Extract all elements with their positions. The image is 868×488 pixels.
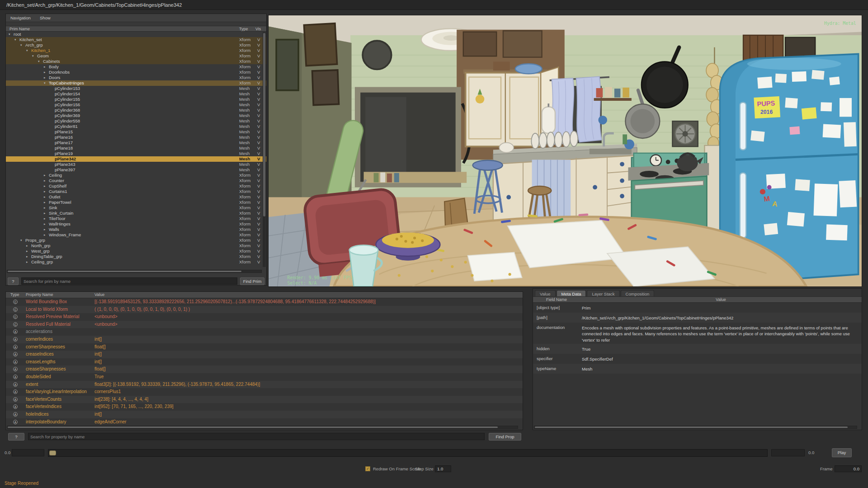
collapse-icon[interactable]: ▾ [26,48,31,53]
prim-row-Outlet[interactable]: ▸OutletXformV [6,194,266,200]
column-prop-value[interactable]: Value [94,292,104,298]
expand-icon[interactable]: ▸ [44,70,49,75]
prim-visibility[interactable]: V [257,42,260,48]
collapse-icon[interactable]: ▾ [20,238,25,243]
property-row-creaseSharpnesses[interactable]: AcreaseSharpnessesfloat[] [6,366,523,373]
metadata-row-documentation[interactable]: documentationEncodes a mesh with optiona… [533,323,862,344]
column-prim-name[interactable]: Prim Name [9,26,30,32]
prim-row-Kitchen_set[interactable]: ▾Kitchen_setXformV [6,37,266,42]
property-horizontal-scrollbar[interactable] [7,426,518,429]
prim-visibility[interactable]: V [257,59,260,64]
prim-visibility[interactable]: V [257,97,260,102]
prim-row-Kitchen_1[interactable]: ▾Kitchen_1XformV [6,48,266,53]
prim-visibility[interactable]: V [257,221,260,227]
prim-row-DiningTable_grp[interactable]: ▸DiningTable_grpXformV [6,254,266,259]
find-prim-button[interactable]: Find Prim [240,277,264,285]
prim-row-pCylinder81[interactable]: pCylinder81MeshV [6,124,266,129]
prim-row-pCylinder558[interactable]: pCylinder558MeshV [6,118,266,124]
tree-vertical-scrollbar[interactable] [263,32,266,267]
prim-visibility[interactable]: V [257,183,260,189]
prim-row-pPlane16[interactable]: pPlane16MeshV [6,135,266,140]
prim-visibility[interactable]: V [257,205,260,211]
expand-icon[interactable]: ▸ [44,232,49,238]
property-row-creaseLengths[interactable]: AcreaseLengthsint[] [6,358,523,366]
prim-visibility[interactable]: V [257,194,260,200]
prim-row-Geom[interactable]: ▾GeomXformV [6,53,266,59]
property-search-input[interactable] [28,433,485,440]
prim-visibility[interactable]: V [257,124,260,129]
prim-row-pPlane342[interactable]: pPlane342MeshV [6,156,266,162]
prim-visibility[interactable]: V [257,249,260,254]
collapse-icon[interactable]: ▾ [32,53,37,59]
prim-visibility[interactable]: V [257,232,260,238]
step-size-input[interactable] [435,465,451,472]
prim-row-Sink[interactable]: ▸SinkXformV [6,205,266,211]
prim-visibility[interactable]: V [257,102,260,108]
column-type[interactable]: Type [239,26,248,32]
collapse-icon[interactable]: ▾ [38,59,43,64]
prim-row-Props_grp[interactable]: ▾Props_grpXformV [6,238,266,243]
prim-visibility[interactable]: V [257,80,260,86]
prim-row-TileFloor[interactable]: ▸TileFloorXformV [6,216,266,221]
frame-input[interactable] [835,465,862,472]
prim-row-Windows_Frame[interactable]: ▸Windows_FrameXformV [6,232,266,238]
column-field-name[interactable]: Field Name [533,297,580,303]
prim-visibility[interactable]: V [257,238,260,243]
prim-row-pCylinder154[interactable]: pCylinder154MeshV [6,91,266,97]
column-prop-type[interactable]: Type [10,292,19,298]
column-field-value[interactable]: Value [580,297,862,303]
menu-navigation[interactable]: Navigation [6,14,35,22]
property-row-extent[interactable]: Aextentfloat3[2]: [(-138.59192, 93.33339… [6,381,523,389]
prim-visibility[interactable]: V [257,86,260,91]
expand-icon[interactable]: ▸ [44,183,49,189]
prim-visibility[interactable]: V [257,108,260,113]
expand-icon[interactable]: ▸ [44,178,49,183]
prim-row-West_grp[interactable]: ▸West_grpXformV [6,249,266,254]
expand-icon[interactable]: ▸ [26,249,31,254]
expand-icon[interactable]: ▸ [44,205,49,211]
prim-row-Doorknobs[interactable]: ▸DoorknobsXformV [6,70,266,75]
prim-visibility[interactable]: V [257,118,260,124]
prim-visibility[interactable]: V [257,37,260,42]
prim-visibility[interactable]: V [257,151,260,156]
prim-row-Counter[interactable]: ▸CounterXformV [6,178,266,183]
collapse-icon[interactable]: ▾ [44,80,49,86]
prim-visibility[interactable]: V [257,135,260,140]
expand-icon[interactable]: ▸ [44,173,49,178]
find-prop-button[interactable]: Find Prop [489,433,521,441]
prim-visibility[interactable]: V [257,243,260,249]
prim-visibility[interactable]: V [257,216,260,221]
expand-icon[interactable]: ▸ [44,221,49,227]
prim-row-Walls[interactable]: ▸WallsXformV [6,227,266,232]
prim-visibility[interactable]: V [257,200,260,205]
menu-show[interactable]: Show [35,14,55,22]
play-button[interactable]: Play [832,448,852,457]
collapse-icon[interactable]: ▾ [14,37,19,42]
prim-row-pPlane17[interactable]: pPlane17MeshV [6,140,266,145]
property-row-holeIndices[interactable]: AholeIndicesint[] [6,411,523,418]
timeline-slider-handle[interactable] [49,450,56,455]
prim-row-pPlane15[interactable]: pPlane15MeshV [6,129,266,135]
prim-row-Body[interactable]: ▸BodyXformV [6,64,266,70]
property-row-accelerations[interactable]: Aaccelerations [6,328,523,336]
property-row-cornerIndices[interactable]: AcornerIndicesint[] [6,336,523,343]
prim-visibility[interactable]: V [257,64,260,70]
prim-row-pCylinder156[interactable]: pCylinder156MeshV [6,102,266,108]
prim-visibility[interactable]: V [257,91,260,97]
prim-search-help-button[interactable]: ? [8,277,19,285]
prim-row-pPlane18[interactable]: pPlane18MeshV [6,145,266,151]
prim-row-Doors[interactable]: ▸DoorsXformV [6,75,266,80]
prim-visibility[interactable]: V [257,173,260,178]
property-row-interpolateBoundary[interactable]: AinterpolateBoundaryedgeAndCorner [6,418,523,426]
property-row-faceVertexCounts[interactable]: AfaceVertexCountsint[238]: [4, 4, 4, ...… [6,396,523,404]
prim-visibility[interactable]: V [257,129,260,135]
collapse-icon[interactable]: ▾ [20,42,25,48]
metadata-row-specifier[interactable]: specifierSdf.SpecifierDef [533,354,862,364]
collapse-icon[interactable]: ▾ [9,32,14,37]
prim-row-North_grp[interactable]: ▸North_grpXformV [6,243,266,249]
prim-row-root[interactable]: ▾root [6,32,266,37]
prim-row-TopCabinetHinges[interactable]: ▾TopCabinetHingesXformV [6,80,266,86]
column-prop-name[interactable]: Property Name [26,292,53,298]
prim-row-pPlane343[interactable]: pPlane343MeshV [6,162,266,167]
prim-visibility[interactable]: V [257,162,260,167]
